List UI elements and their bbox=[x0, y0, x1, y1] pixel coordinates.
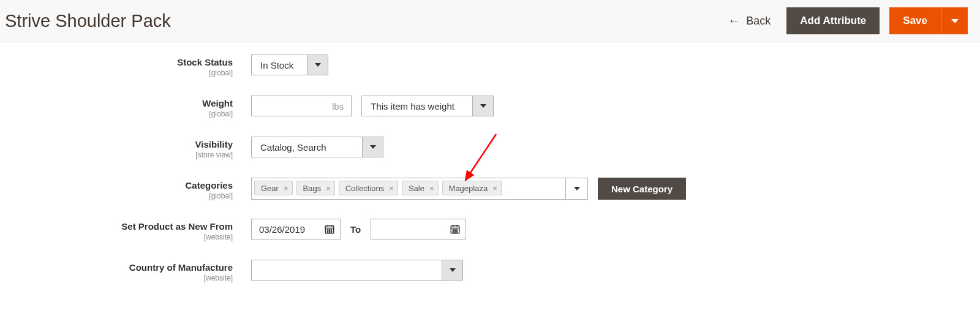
svg-point-16 bbox=[456, 230, 458, 231]
page-header: Strive Shoulder Pack ← Back Add Attribut… bbox=[0, 0, 980, 42]
form-body: Stock Status [global] In Stock Weight [g… bbox=[0, 42, 980, 313]
visibility-label: Visibility bbox=[18, 139, 233, 149]
chevron-down-icon bbox=[480, 104, 486, 108]
close-icon[interactable]: × bbox=[389, 184, 394, 193]
chevron-down-icon bbox=[315, 63, 321, 67]
country-label: Country of Manufacture bbox=[18, 262, 233, 273]
stock-status-value: In Stock bbox=[252, 55, 307, 75]
visibility-value: Catalog, Search bbox=[252, 137, 362, 157]
date-to-field[interactable] bbox=[371, 219, 466, 239]
arrow-left-icon: ← bbox=[728, 14, 740, 26]
save-dropdown-toggle[interactable] bbox=[941, 7, 968, 34]
weight-input-group: lbs bbox=[251, 96, 352, 116]
chevron-down-icon bbox=[370, 145, 376, 149]
back-label: Back bbox=[746, 15, 771, 28]
label-col: Weight [global] bbox=[18, 96, 251, 118]
visibility-select[interactable]: Catalog, Search bbox=[251, 137, 383, 157]
weight-scope: [global] bbox=[18, 110, 233, 118]
row-weight: Weight [global] lbs This item has weight bbox=[18, 96, 962, 118]
date-from-value: 03/26/2019 bbox=[252, 224, 319, 235]
set-new-scope: [website] bbox=[18, 233, 233, 241]
control-col: Gear×Bags×Collections×Sale×Mageplaza× Ne… bbox=[251, 178, 962, 200]
date-from-field[interactable]: 03/26/2019 bbox=[251, 219, 341, 239]
chip-label: Collections bbox=[345, 184, 385, 193]
category-chip: Collections× bbox=[339, 181, 398, 195]
label-col: Categories [global] bbox=[18, 178, 251, 200]
stock-status-label: Stock Status bbox=[18, 57, 233, 67]
calendar-icon[interactable] bbox=[319, 219, 340, 239]
label-col: Visibility [store view] bbox=[18, 137, 251, 159]
chevron-down-icon bbox=[574, 187, 580, 190]
svg-point-14 bbox=[453, 230, 454, 231]
control-col: 03/26/2019 To bbox=[251, 219, 962, 239]
close-icon[interactable]: × bbox=[492, 184, 497, 193]
close-icon[interactable]: × bbox=[284, 184, 288, 193]
back-button[interactable]: ← Back bbox=[728, 15, 771, 28]
weight-unit: lbs bbox=[325, 96, 352, 116]
label-col: Stock Status [global] bbox=[18, 55, 251, 77]
svg-point-8 bbox=[329, 232, 330, 233]
select-toggle[interactable] bbox=[307, 55, 328, 75]
svg-point-17 bbox=[453, 232, 454, 233]
select-toggle[interactable] bbox=[442, 260, 462, 280]
country-select[interactable] bbox=[251, 260, 463, 281]
chip-label: Bags bbox=[303, 184, 322, 193]
label-col: Set Product as New From [website] bbox=[18, 219, 251, 241]
chip-label: Gear bbox=[261, 184, 279, 193]
row-country: Country of Manufacture [website] bbox=[18, 260, 962, 282]
svg-point-9 bbox=[331, 232, 332, 233]
control-col: Catalog, Search bbox=[251, 137, 962, 157]
row-stock-status: Stock Status [global] In Stock bbox=[18, 55, 962, 77]
add-attribute-button[interactable]: Add Attribute bbox=[786, 7, 880, 34]
new-category-button[interactable]: New Category bbox=[598, 178, 686, 200]
svg-point-5 bbox=[329, 230, 330, 231]
chip-label: Mageplaza bbox=[449, 184, 488, 193]
control-col: In Stock bbox=[251, 55, 962, 75]
save-button[interactable]: Save bbox=[889, 7, 941, 34]
stock-status-scope: [global] bbox=[18, 69, 233, 77]
chevron-down-icon bbox=[450, 268, 456, 272]
categories-toggle[interactable] bbox=[566, 178, 588, 200]
category-chip: Mageplaza× bbox=[442, 181, 502, 195]
chip-label: Sale bbox=[409, 184, 424, 193]
to-label: To bbox=[350, 224, 361, 235]
category-chip: Gear× bbox=[254, 181, 293, 195]
categories-label: Categories bbox=[18, 180, 233, 190]
categories-scope: [global] bbox=[18, 192, 233, 200]
has-weight-select[interactable]: This item has weight bbox=[361, 96, 494, 116]
has-weight-value: This item has weight bbox=[362, 96, 472, 116]
country-value bbox=[252, 260, 442, 280]
save-button-group: Save bbox=[889, 7, 968, 34]
weight-field[interactable] bbox=[251, 96, 325, 116]
stock-status-select[interactable]: In Stock bbox=[251, 55, 328, 75]
label-col: Country of Manufacture [website] bbox=[18, 260, 251, 282]
svg-point-4 bbox=[327, 230, 328, 231]
page-title: Strive Shoulder Pack bbox=[5, 11, 171, 31]
control-col: lbs This item has weight bbox=[251, 96, 962, 116]
select-toggle[interactable] bbox=[472, 96, 493, 116]
row-visibility: Visibility [store view] Catalog, Search bbox=[18, 137, 962, 159]
row-set-new-from: Set Product as New From [website] 03/26/… bbox=[18, 219, 962, 241]
close-icon[interactable]: × bbox=[429, 184, 434, 193]
close-icon[interactable]: × bbox=[326, 184, 331, 193]
svg-point-15 bbox=[454, 230, 456, 231]
weight-label: Weight bbox=[18, 98, 233, 108]
calendar-icon[interactable] bbox=[445, 219, 466, 239]
svg-point-6 bbox=[331, 230, 332, 231]
visibility-scope: [store view] bbox=[18, 151, 233, 159]
categories-multiselect[interactable]: Gear×Bags×Collections×Sale×Mageplaza× bbox=[251, 178, 588, 200]
set-new-label: Set Product as New From bbox=[18, 221, 233, 232]
svg-point-19 bbox=[456, 232, 458, 233]
select-toggle[interactable] bbox=[362, 137, 383, 157]
control-col bbox=[251, 260, 962, 281]
country-scope: [website] bbox=[18, 274, 233, 282]
category-chip: Sale× bbox=[402, 181, 439, 195]
row-categories: Categories [global] Gear×Bags×Collection… bbox=[18, 178, 962, 200]
svg-point-18 bbox=[454, 232, 456, 233]
category-chip: Bags× bbox=[296, 181, 335, 195]
categories-chip-box[interactable]: Gear×Bags×Collections×Sale×Mageplaza× bbox=[251, 178, 566, 200]
header-actions: ← Back Add Attribute Save bbox=[728, 7, 968, 34]
chevron-down-icon bbox=[951, 19, 959, 23]
svg-point-7 bbox=[327, 232, 328, 233]
